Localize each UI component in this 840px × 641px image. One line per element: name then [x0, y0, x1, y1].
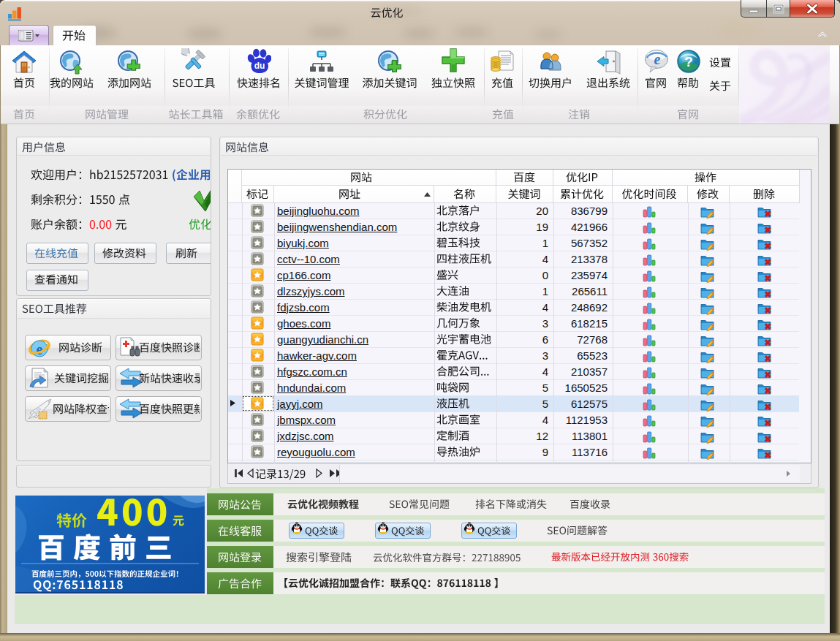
- svg-text:?: ?: [684, 54, 693, 69]
- svg-text:du: du: [254, 61, 265, 71]
- svg-text:e: e: [37, 341, 43, 357]
